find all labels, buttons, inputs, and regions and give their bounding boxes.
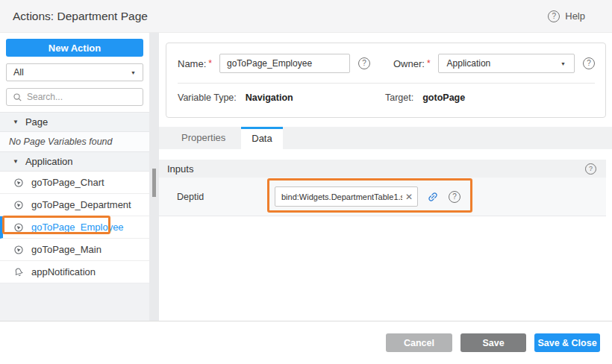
owner-label: Owner: [393, 58, 425, 69]
filter-dropdown[interactable]: All ▼ [6, 63, 143, 81]
search-icon [13, 92, 22, 102]
save-and-close-button[interactable]: Save & Close [534, 333, 600, 352]
sidebar-item-goToPage_Employee[interactable]: goToPage_Employee [0, 216, 149, 239]
inputs-help-icon[interactable]: ? [585, 163, 596, 175]
sidebar-item-goToPage_Main[interactable]: goToPage_Main [0, 239, 149, 261]
bind-link-icon[interactable] [425, 188, 442, 205]
cancel-button[interactable]: Cancel [386, 333, 452, 352]
owner-dropdown[interactable]: Application ▼ [438, 54, 575, 73]
inputs-section: Inputs ? Deptid bind:Widgets.DepartmentT… [159, 160, 606, 216]
action-summary-panel: Name:* ? Owner:* Application ▼ ? Variabl… [166, 43, 606, 118]
list-item-label: goToPage_Main [31, 244, 102, 255]
list-item-label: goToPage_Chart [31, 177, 104, 188]
navigation-variable-icon [13, 200, 24, 210]
tree-group-page[interactable]: ▼ Page [0, 112, 149, 132]
target-value: gotoPage [422, 92, 465, 103]
sidebar-filler [0, 283, 149, 321]
input-row-deptid: Deptid bind:Widgets.DepartmentTable1.sel… [159, 178, 606, 216]
sidebar-scrollbar-thumb[interactable] [152, 169, 156, 197]
list-item-label: goToPage_Employee [31, 222, 124, 233]
owner-help-icon[interactable]: ? [583, 57, 595, 69]
help-circle-icon: ? [548, 10, 560, 22]
chevron-down-icon: ▼ [561, 61, 566, 66]
sidebar-item-goToPage_Department[interactable]: goToPage_Department [0, 194, 149, 216]
deptid-bind-value: bind:Widgets.DepartmentTable1.selec [281, 192, 402, 201]
list-item-label: goToPage_Department [31, 199, 131, 210]
navigation-variable-icon [13, 222, 24, 233]
dialog-footer: Cancel Save Save & Close [0, 321, 612, 364]
sidebar-scrollbar-track[interactable] [149, 33, 159, 321]
page-title: Actions: Department Page [13, 10, 148, 23]
tab-properties[interactable]: Properties [166, 127, 241, 149]
help-label: Help [565, 10, 585, 22]
action-detail-panel: Name:* ? Owner:* Application ▼ ? Variabl… [159, 33, 612, 321]
help-button[interactable]: ? Help [548, 10, 585, 22]
tab-data[interactable]: Data [241, 127, 282, 149]
deptid-bind-field[interactable]: bind:Widgets.DepartmentTable1.selec ✕ [275, 186, 418, 207]
collapse-arrow-icon: ▼ [13, 158, 19, 165]
new-action-button[interactable]: New Action [6, 39, 143, 57]
sidebar-item-appNotification[interactable]: appNotification [0, 261, 149, 283]
owner-dropdown-value: Application [447, 58, 491, 69]
variables-sidebar: New Action All ▼ ▼ Page No Page Variable… [0, 33, 149, 321]
navigation-variable-icon [13, 245, 24, 255]
deptid-help-icon[interactable]: ? [449, 191, 460, 203]
clear-binding-icon[interactable]: ✕ [405, 192, 413, 202]
tab-bar: Properties Data [159, 127, 612, 149]
page-empty-message: No Page Variables found [0, 132, 149, 151]
required-marker: * [427, 58, 431, 69]
chevron-down-icon: ▼ [131, 70, 136, 75]
save-button[interactable]: Save [460, 333, 526, 352]
name-label: Name: [178, 58, 206, 69]
name-help-icon[interactable]: ? [358, 57, 370, 69]
variable-type-label: Variable Type: [178, 92, 237, 103]
tree-group-page-label: Page [25, 116, 48, 128]
deptid-label: Deptid [177, 192, 275, 202]
list-item-label: appNotification [31, 266, 96, 277]
inputs-section-title: Inputs [167, 163, 193, 175]
search-input[interactable] [27, 92, 137, 102]
navigation-variable-icon [13, 178, 24, 188]
collapse-arrow-icon: ▼ [13, 119, 19, 125]
name-field[interactable] [219, 54, 350, 73]
tree-group-application[interactable]: ▼ Application [0, 151, 149, 172]
required-marker: * [208, 58, 212, 69]
search-box[interactable] [6, 88, 143, 106]
target-label: Target: [385, 92, 413, 103]
filter-dropdown-value: All [13, 67, 24, 78]
sidebar-item-goToPage_Chart[interactable]: goToPage_Chart [0, 172, 149, 194]
dialog-header: Actions: Department Page ? Help [0, 0, 612, 33]
notification-bell-icon [12, 266, 25, 279]
tree-group-application-label: Application [25, 156, 73, 167]
variable-type-value: Navigation [246, 92, 293, 103]
